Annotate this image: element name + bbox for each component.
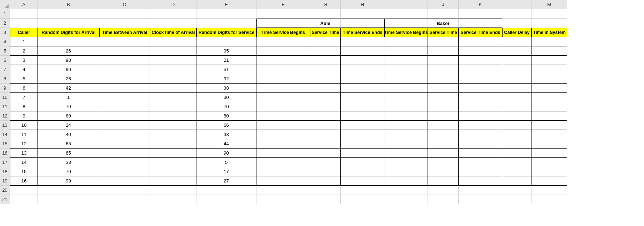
data-cell[interactable] [459,176,502,186]
col-header-E[interactable]: E [196,0,256,9]
data-cell[interactable]: 95 [196,46,256,56]
data-cell[interactable] [459,130,502,139]
data-cell[interactable] [428,158,459,167]
cell[interactable] [310,186,341,195]
data-cell[interactable]: 15 [10,167,38,176]
data-cell[interactable] [459,65,502,74]
data-cell[interactable] [256,111,310,121]
data-cell[interactable] [99,176,150,186]
data-cell[interactable] [99,93,150,102]
data-cell[interactable] [99,37,150,46]
data-cell[interactable]: 21 [196,56,256,65]
data-cell[interactable] [341,84,384,93]
cell[interactable] [10,9,38,19]
data-cell[interactable] [502,102,531,111]
merged-able[interactable] [341,19,384,28]
data-cell[interactable]: 33 [38,158,99,167]
data-cell[interactable]: 14 [10,158,38,167]
cell[interactable] [428,186,459,195]
data-cell[interactable] [428,46,459,56]
data-cell[interactable] [341,74,384,84]
data-cell[interactable] [502,176,531,186]
data-cell[interactable] [341,111,384,121]
data-cell[interactable] [99,46,150,56]
data-cell[interactable] [531,130,567,139]
data-cell[interactable] [459,56,502,65]
data-cell[interactable]: 70 [38,102,99,111]
data-cell[interactable] [256,130,310,139]
cell[interactable] [256,9,310,19]
data-cell[interactable] [502,74,531,84]
data-cell[interactable] [384,74,428,84]
row-header-17[interactable]: 17 [0,158,10,167]
data-cell[interactable] [531,102,567,111]
header-E[interactable]: Random Digits for Service [196,28,256,37]
cell[interactable] [99,195,150,204]
data-cell[interactable] [310,149,341,158]
cell[interactable] [531,195,567,204]
col-header-C[interactable]: C [99,0,150,9]
data-cell[interactable] [310,158,341,167]
data-cell[interactable]: 16 [10,176,38,186]
data-cell[interactable] [150,158,196,167]
data-cell[interactable] [428,93,459,102]
header-C[interactable]: Time Between Arrival [99,28,150,37]
cell[interactable] [384,9,428,19]
cell[interactable] [256,186,310,195]
data-cell[interactable] [384,149,428,158]
cell[interactable] [196,19,256,28]
cell[interactable] [38,186,99,195]
data-cell[interactable] [341,93,384,102]
col-header-G[interactable]: G [310,0,341,9]
col-header-F[interactable]: F [256,0,310,9]
data-cell[interactable]: 66 [196,121,256,130]
cell[interactable] [459,9,502,19]
data-cell[interactable] [310,176,341,186]
data-cell[interactable] [310,139,341,149]
data-cell[interactable]: 51 [196,65,256,74]
data-cell[interactable]: 99 [38,176,99,186]
data-cell[interactable] [531,56,567,65]
data-cell[interactable] [341,130,384,139]
data-cell[interactable] [428,65,459,74]
data-cell[interactable] [256,46,310,56]
data-cell[interactable] [99,111,150,121]
data-cell[interactable] [384,46,428,56]
data-cell[interactable]: 9 [10,111,38,121]
data-cell[interactable] [256,65,310,74]
header-D[interactable]: Clock time of Arrival [150,28,196,37]
cell[interactable] [531,19,567,28]
data-cell[interactable] [531,93,567,102]
col-header-J[interactable]: J [428,0,459,9]
data-cell[interactable]: 12 [10,139,38,149]
data-cell[interactable] [310,84,341,93]
data-cell[interactable] [384,139,428,149]
row-header-4[interactable]: 4 [0,37,10,46]
data-cell[interactable] [256,84,310,93]
header-L[interactable]: Caller Delay [502,28,531,37]
spreadsheet-grid[interactable]: ABCDEFGHIJKLM12AbleBaker3CallerRandom Di… [0,0,644,204]
data-cell[interactable] [341,121,384,130]
data-cell[interactable] [502,37,531,46]
data-cell[interactable] [502,149,531,158]
data-cell[interactable] [531,139,567,149]
cell[interactable] [384,186,428,195]
data-cell[interactable]: 7 [10,93,38,102]
data-cell[interactable] [150,74,196,84]
data-cell[interactable] [256,56,310,65]
header-A[interactable]: Caller [10,28,38,37]
data-cell[interactable]: 6 [10,84,38,93]
row-header-13[interactable]: 13 [0,121,10,130]
data-cell[interactable] [531,149,567,158]
data-cell[interactable] [150,56,196,65]
data-cell[interactable] [341,65,384,74]
data-cell[interactable] [341,102,384,111]
row-header-9[interactable]: 9 [0,84,10,93]
cell[interactable] [459,195,502,204]
data-cell[interactable] [384,111,428,121]
data-cell[interactable]: 13 [10,149,38,158]
data-cell[interactable] [502,158,531,167]
col-header-M[interactable]: M [531,0,567,9]
cell[interactable] [38,9,99,19]
data-cell[interactable] [502,65,531,74]
